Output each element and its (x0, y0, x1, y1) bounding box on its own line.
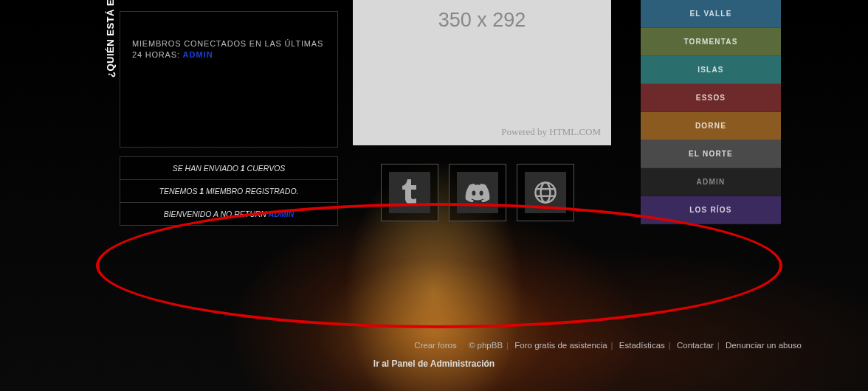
placeholder-dimensions: 350 x 292 (438, 9, 526, 32)
stats-text: CUERVOS (245, 164, 286, 173)
region-admin[interactable]: ADMIN (641, 168, 781, 196)
region-el-valle[interactable]: EL VALLE (641, 0, 781, 28)
svg-point-1 (541, 182, 551, 202)
footer-link-crear-foros[interactable]: Crear foros (414, 341, 457, 350)
separator: | (607, 341, 617, 350)
separator: | (714, 341, 723, 350)
globe-icon (525, 172, 566, 213)
admin-panel-link[interactable]: Ir al Panel de Administración (0, 359, 868, 369)
footer-link-phpbb[interactable]: © phpBB (469, 341, 503, 350)
footer-link-contactar[interactable]: Contactar (677, 341, 714, 350)
online-header-text: MIEMBROS CONECTADOS EN LAS ÚLTIMAS 24 HO… (132, 39, 323, 59)
footer-link-asistencia[interactable]: Foro gratis de asistencia (514, 341, 607, 350)
online-members-box: MIEMBROS CONECTADOS EN LAS ÚLTIMAS 24 HO… (120, 11, 338, 148)
footer-link-denunciar[interactable]: Denunciar un abuso (726, 341, 802, 350)
online-admin-link[interactable]: ADMIN (183, 50, 213, 59)
social-icons-row (381, 164, 574, 221)
discord-icon (457, 172, 498, 213)
region-dorne[interactable]: DORNE (641, 112, 781, 140)
discord-button[interactable] (449, 164, 506, 221)
region-los-rios[interactable]: LOS RÍOS (641, 196, 781, 224)
region-islas[interactable]: ISLAS (641, 56, 781, 84)
whos-online-label: ¿QUIÉN ESTÁ EN LÍNEA? (105, 0, 116, 77)
online-header: MIEMBROS CONECTADOS EN LAS ÚLTIMAS 24 HO… (132, 38, 326, 61)
separator: | (457, 341, 466, 350)
svg-point-0 (535, 182, 555, 202)
stats-text: MIEMBRO REGISTRADO. (204, 187, 298, 196)
stats-text: SE HAN ENVIADO (173, 164, 241, 173)
region-essos[interactable]: ESSOS (641, 84, 781, 112)
stats-text: TENEMOS (159, 187, 199, 196)
region-tormentas[interactable]: TORMENTAS (641, 28, 781, 56)
stats-text: BIENVENIDO A NO RETURN (164, 210, 269, 218)
separator: | (665, 341, 675, 350)
stats-line-ravens: SE HAN ENVIADO 1 CUERVOS (120, 157, 337, 180)
regions-sidebar: EL VALLE TORMENTAS ISLAS ESSOS DORNE EL … (641, 0, 781, 224)
separator: | (503, 341, 512, 350)
web-button[interactable] (517, 164, 574, 221)
tumblr-button[interactable] (381, 164, 438, 221)
welcome-admin-link[interactable]: ADMIN (269, 210, 294, 218)
stats-line-welcome: BIENVENIDO A NO RETURN ADMIN (120, 203, 337, 225)
placeholder-powered-by: Powered by HTML.COM (501, 126, 601, 138)
footer-links: Crear foros| © phpBB| Foro gratis de asi… (414, 341, 802, 350)
stats-box: SE HAN ENVIADO 1 CUERVOS TENEMOS 1 MIEMB… (120, 156, 338, 226)
footer-link-estadisticas[interactable]: Estadísticas (619, 341, 665, 350)
image-placeholder: 350 x 292 Powered by HTML.COM (353, 0, 611, 145)
region-el-norte[interactable]: EL NORTE (641, 140, 781, 168)
tumblr-icon (389, 172, 430, 213)
stats-line-members: TENEMOS 1 MIEMBRO REGISTRADO. (120, 180, 337, 203)
